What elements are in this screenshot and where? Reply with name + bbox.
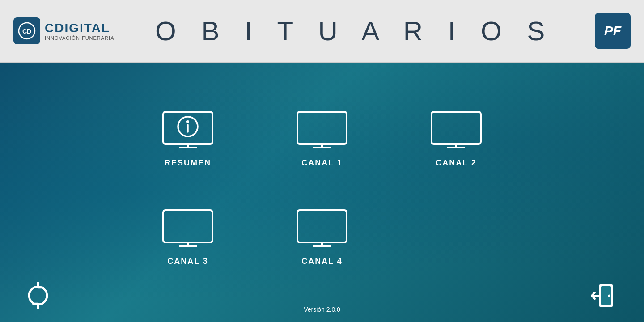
canal4-label: CANAL 4 — [301, 257, 343, 266]
page-title: O B I T U A R I O S — [155, 16, 554, 47]
canal3-label: CANAL 3 — [167, 257, 208, 266]
version-text: Versión 2.0.0 — [304, 306, 340, 313]
canal1-label: CANAL 1 — [301, 158, 343, 168]
refresh-button[interactable] — [22, 280, 54, 313]
logo-left: CD CDIGITAL INNOVACIÓN FUNERARIA — [13, 17, 114, 44]
menu-item-canal1[interactable]: CANAL 1 — [277, 98, 367, 179]
resumen-icon — [161, 110, 215, 152]
svg-rect-17 — [297, 210, 347, 242]
svg-point-23 — [608, 295, 610, 297]
svg-text:CD: CD — [22, 28, 31, 35]
exit-button[interactable] — [590, 280, 622, 313]
logo-subtitle: INNOVACIÓN FUNERARIA — [45, 35, 114, 41]
menu-item-canal4[interactable]: CANAL 4 — [277, 197, 367, 277]
header: CD CDIGITAL INNOVACIÓN FUNERARIA O B I T… — [0, 0, 644, 63]
canal2-label: CANAL 2 — [436, 158, 477, 168]
empty-cell — [411, 197, 501, 277]
menu-item-resumen[interactable]: RESUMEN — [143, 98, 233, 179]
pf-logo: PF — [595, 13, 631, 49]
svg-point-6 — [186, 120, 189, 123]
svg-rect-11 — [432, 112, 481, 144]
logo-text: CDIGITAL INNOVACIÓN FUNERARIA — [45, 21, 114, 41]
menu-item-canal2[interactable]: CANAL 2 — [411, 98, 501, 179]
canal2-icon — [429, 110, 483, 152]
menu-item-canal3[interactable]: CANAL 3 — [143, 197, 233, 277]
logo-name: CDIGITAL — [45, 21, 114, 35]
canal4-icon — [295, 208, 349, 250]
menu-grid: RESUMEN CANAL 1 CANAL 2 — [143, 98, 501, 277]
cdigital-icon: CD — [13, 17, 40, 44]
main-content: RESUMEN CANAL 1 CANAL 2 — [0, 63, 644, 322]
resumen-label: RESUMEN — [165, 158, 211, 168]
canal1-icon — [295, 110, 349, 152]
svg-rect-8 — [297, 112, 347, 144]
svg-rect-14 — [163, 210, 212, 242]
canal3-icon — [161, 208, 215, 250]
